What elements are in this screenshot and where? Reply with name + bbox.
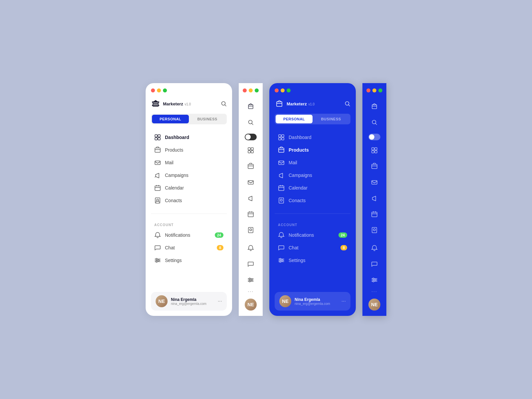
tab-personal[interactable]: PERSONAL (152, 115, 189, 123)
nav-item-settings[interactable]: Settings (151, 254, 227, 267)
app-version-3: v1.0 (308, 102, 315, 106)
traffic-light-green (163, 88, 167, 92)
svg-rect-63 (375, 151, 377, 153)
mini-more-dots-light: ··· (248, 289, 254, 294)
header-1: Marketerz v1.0 (151, 99, 227, 108)
user-more-button-3[interactable]: ··· (341, 298, 346, 304)
tab-business[interactable]: BUSINESS (189, 115, 226, 123)
mini-contacts-dark[interactable] (367, 223, 382, 237)
nav-item-products[interactable]: Products (151, 144, 227, 156)
nav-item-calendar-3[interactable]: Calendar (275, 182, 350, 194)
svg-rect-9 (155, 186, 160, 191)
traffic-light-yellow-3 (281, 88, 285, 92)
tab-personal-3[interactable]: PERSONAL (276, 115, 313, 123)
mini-chat-dark[interactable] (367, 257, 382, 271)
nav-item-notifications[interactable]: Notifications 24 (151, 229, 227, 241)
svg-rect-56 (372, 105, 377, 109)
mini-campaigns-dark[interactable] (367, 191, 382, 205)
panel-dark-mini: ··· NE (362, 83, 386, 316)
app-name: Marketerz (163, 101, 183, 106)
svg-rect-42 (282, 135, 284, 137)
nav-item-campaigns[interactable]: Campaigns (151, 169, 227, 182)
mini-campaigns[interactable] (243, 191, 258, 205)
mini-search-dark[interactable] (367, 115, 382, 130)
svg-rect-44 (282, 138, 284, 140)
svg-rect-27 (248, 181, 253, 184)
nav-item-chat-3[interactable]: Chat 8 (275, 241, 350, 254)
svg-rect-6 (158, 138, 160, 140)
svg-rect-37 (277, 102, 282, 106)
nav-item-dashboard-3[interactable]: Dashboard (275, 131, 350, 144)
mini-mail-dark[interactable] (367, 175, 382, 190)
mini-calendar[interactable] (243, 207, 258, 221)
divider-1 (151, 213, 227, 214)
nav-item-mail[interactable]: Mail (151, 156, 227, 169)
products-icon (154, 147, 161, 153)
nav-item-settings-3[interactable]: Settings (275, 254, 350, 267)
chat-icon (154, 244, 161, 251)
mini-contacts[interactable] (243, 223, 258, 237)
nav-label-dashboard: Dashboard (165, 135, 189, 140)
mini-toggle-dark[interactable] (368, 134, 380, 140)
nav-item-mail-3[interactable]: Mail (275, 156, 350, 169)
divider-3 (275, 213, 350, 214)
mini-products-dark[interactable] (367, 159, 382, 174)
traffic-light-green-4 (378, 88, 382, 92)
svg-rect-24 (248, 151, 250, 153)
nav-label-chat: Chat (165, 245, 175, 250)
mini-settings[interactable] (243, 273, 258, 287)
traffic-light-green-3 (287, 88, 291, 92)
mini-notifications[interactable] (243, 241, 258, 255)
tab-business-3[interactable]: BUSINESS (313, 115, 349, 123)
mini-mail[interactable] (243, 175, 258, 190)
traffic-light-red (151, 88, 155, 92)
nav-item-campaigns-3[interactable]: Campaigns (275, 169, 350, 182)
user-more-button-1[interactable]: ··· (218, 298, 222, 304)
svg-line-2 (225, 105, 226, 106)
nav-label-campaigns-3: Campaigns (289, 173, 312, 178)
logo-icon (151, 99, 160, 108)
nav-item-chat[interactable]: Chat 8 (151, 241, 227, 254)
nav-label-products: Products (165, 147, 183, 153)
mini-notifications-dark[interactable] (367, 241, 382, 255)
nav-item-dashboard[interactable]: Dashboard (151, 131, 227, 144)
svg-rect-60 (372, 148, 374, 150)
svg-line-40 (348, 105, 350, 106)
user-card-1[interactable]: NE Nina Ergemla nina_erg@ergemla.com ··· (151, 292, 227, 311)
svg-point-35 (251, 279, 252, 281)
mini-settings-dark[interactable] (367, 273, 382, 287)
svg-rect-25 (251, 151, 253, 153)
svg-rect-65 (372, 181, 377, 184)
mini-user-avatar-light[interactable]: NE (245, 299, 257, 311)
mini-dashboard[interactable] (243, 143, 258, 158)
search-button[interactable] (221, 101, 227, 107)
mini-dashboard-dark[interactable] (367, 143, 382, 158)
search-button-3[interactable] (344, 101, 350, 107)
nav-item-contacts-3[interactable]: Conacts (275, 194, 350, 207)
panel-light-mini: ··· NE (239, 83, 263, 316)
page-wrapper: Marketerz v1.0 PERSONAL BUSINESS Dashboa… (132, 70, 400, 329)
svg-rect-67 (372, 227, 377, 233)
svg-point-49 (280, 199, 282, 201)
mini-search[interactable] (243, 115, 258, 130)
nav-item-notifications-3[interactable]: Notifications 24 (275, 229, 350, 241)
mini-user-avatar-dark[interactable]: NE (368, 299, 380, 311)
svg-point-74 (373, 281, 374, 282)
campaigns-icon (154, 172, 161, 179)
mini-toggle[interactable] (245, 134, 257, 140)
mini-chat[interactable] (243, 257, 258, 271)
svg-rect-48 (279, 198, 284, 203)
user-card-3[interactable]: NE Nina Ergemla nina_erg@ergemla.com ··· (275, 292, 350, 311)
nav-item-products-3[interactable]: Products (275, 144, 350, 156)
traffic-light-yellow-2 (249, 88, 253, 92)
svg-point-73 (375, 279, 376, 281)
mini-more-dots-dark: ··· (371, 289, 377, 294)
mini-calendar-dark[interactable] (367, 207, 382, 221)
nav-item-contacts[interactable]: Conacts (151, 194, 227, 207)
nav-label-notifications: Notifications (165, 232, 190, 238)
nav-label-dashboard-3: Dashboard (289, 135, 312, 140)
nav-item-calendar[interactable]: Calendar (151, 182, 227, 194)
mini-products[interactable] (243, 159, 258, 174)
calendar-icon-3 (278, 185, 285, 191)
svg-rect-62 (372, 151, 374, 153)
